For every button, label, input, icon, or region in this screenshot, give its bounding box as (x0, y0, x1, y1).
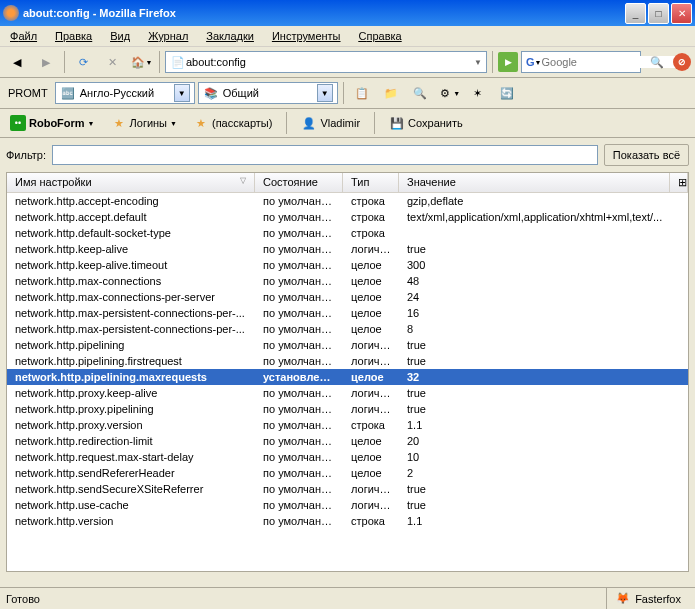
col-name[interactable]: Имя настройки ▽ (7, 173, 255, 192)
chevron-down-icon[interactable]: ▼ (317, 84, 333, 102)
save-button[interactable]: 💾Сохранить (385, 113, 467, 133)
tool-button-1[interactable]: 📋 (349, 80, 375, 106)
statusbar: Готово 🦊 Fasterfox (0, 587, 695, 609)
close-button[interactable]: ✕ (671, 3, 692, 24)
table-row[interactable]: network.http.proxy.keep-aliveпо умолчани… (7, 385, 688, 401)
lang-value: Англо-Русский (80, 87, 170, 99)
cell-name: network.http.request.max-start-delay (7, 450, 255, 464)
reload-button[interactable]: ⟳ (70, 49, 96, 75)
passcards-button[interactable]: ★(пасскарты) (189, 113, 276, 133)
col-picker[interactable]: ⊞ (670, 173, 688, 192)
table-row[interactable]: network.http.max-connectionsпо умолчанию… (7, 273, 688, 289)
fasterfox-panel[interactable]: 🦊 Fasterfox (606, 588, 689, 609)
tool-button-2[interactable]: 📁 (378, 80, 404, 106)
cell-name: network.http.keep-alive.timeout (7, 258, 255, 272)
cell-type: логиче... (343, 482, 399, 496)
table-row[interactable]: network.http.versionпо умолчаниюстрока1.… (7, 513, 688, 529)
menu-item[interactable]: Файл (6, 28, 41, 44)
table-row[interactable]: network.http.pipeliningпо умолчаниюлогич… (7, 337, 688, 353)
tool-button-6[interactable]: 🔄 (494, 80, 520, 106)
user-button[interactable]: 👤Vladimir (297, 113, 364, 133)
tool-button-3[interactable]: 🔍 (407, 80, 433, 106)
col-value[interactable]: Значение (399, 173, 670, 192)
cell-value: 24 (399, 290, 688, 304)
filter-input[interactable] (52, 145, 598, 165)
cell-type: целое (343, 370, 399, 384)
dropdown-arrow-icon[interactable]: ▼ (474, 58, 482, 67)
cell-name: network.http.default-socket-type (7, 226, 255, 240)
table-row[interactable]: network.http.max-persistent-connections-… (7, 321, 688, 337)
col-type[interactable]: Тип (343, 173, 399, 192)
cell-value: 8 (399, 322, 688, 336)
table-row[interactable]: network.http.max-connections-per-serverп… (7, 289, 688, 305)
user-label: Vladimir (320, 117, 360, 129)
menu-item[interactable]: Инструменты (268, 28, 345, 44)
forward-button[interactable]: ▶ (33, 49, 59, 75)
cell-name: network.http.proxy.pipelining (7, 402, 255, 416)
home-button[interactable]: 🏠▼ (128, 49, 154, 75)
table-row[interactable]: network.http.sendSecureXSiteReferrerпо у… (7, 481, 688, 497)
table-row[interactable]: network.http.pipelining.firstrequestпо у… (7, 353, 688, 369)
table-header: Имя настройки ▽ Состояние Тип Значение ⊞ (7, 173, 688, 193)
table-row[interactable]: network.http.pipelining.maxrequestsустан… (7, 369, 688, 385)
cell-name: network.http.max-connections (7, 274, 255, 288)
adblock-icon[interactable]: ⊘ (673, 53, 691, 71)
table-row[interactable]: network.http.proxy.pipeliningпо умолчани… (7, 401, 688, 417)
table-row[interactable]: network.http.redirection-limitпо умолчан… (7, 433, 688, 449)
table-row[interactable]: network.http.sendRefererHeaderпо умолчан… (7, 465, 688, 481)
table-row[interactable]: network.http.keep-aliveпо умолчаниюлогич… (7, 241, 688, 257)
search-go-button[interactable]: 🔍 (644, 49, 670, 75)
table-row[interactable]: network.http.request.max-start-delayпо у… (7, 449, 688, 465)
table-row[interactable]: network.http.proxy.versionпо умолчаниюст… (7, 417, 688, 433)
sort-icon: ▽ (240, 176, 246, 185)
chevron-down-icon[interactable]: ▼ (174, 84, 190, 102)
table-row[interactable]: network.http.default-socket-typeпо умолч… (7, 225, 688, 241)
search-box[interactable]: G▼ (521, 51, 641, 73)
cell-value: true (399, 242, 688, 256)
maximize-button[interactable]: □ (648, 3, 669, 24)
cell-name: network.http.max-persistent-connections-… (7, 306, 255, 320)
menu-item[interactable]: Закладки (202, 28, 258, 44)
cell-name: network.http.pipelining (7, 338, 255, 352)
show-all-button[interactable]: Показать всё (604, 144, 689, 166)
cell-status: по умолчанию (255, 354, 343, 368)
url-input[interactable] (186, 56, 474, 68)
cell-value: 32 (399, 370, 688, 384)
menu-item[interactable]: Справка (355, 28, 406, 44)
passcards-label: (пасскарты) (212, 117, 272, 129)
dict-dropdown[interactable]: 📚 Общий ▼ (198, 82, 338, 104)
table-row[interactable]: network.http.use-cacheпо умолчаниюлогиче… (7, 497, 688, 513)
menu-item[interactable]: Правка (51, 28, 96, 44)
menu-item[interactable]: Журнал (144, 28, 192, 44)
cell-type: строка (343, 210, 399, 224)
logins-button[interactable]: ★Логины▼ (107, 113, 181, 133)
cell-value: true (399, 338, 688, 352)
url-bar[interactable]: 📄 ▼ (165, 51, 487, 73)
cell-value: 1.1 (399, 418, 688, 432)
cell-status: по умолчанию (255, 258, 343, 272)
menu-item[interactable]: Вид (106, 28, 134, 44)
lang-dropdown[interactable]: 🔤 Англо-Русский ▼ (55, 82, 195, 104)
cell-status: по умолчанию (255, 498, 343, 512)
tool-button-5[interactable]: ✶ (465, 80, 491, 106)
tool-button-4[interactable]: ⚙▼ (436, 80, 462, 106)
back-button[interactable]: ◀ (4, 49, 30, 75)
table-row[interactable]: network.http.accept-encodingпо умолчанию… (7, 193, 688, 209)
stop-button[interactable]: ✕ (99, 49, 125, 75)
cell-value: true (399, 402, 688, 416)
table-row[interactable]: network.http.max-persistent-connections-… (7, 305, 688, 321)
cell-value: 48 (399, 274, 688, 288)
minimize-button[interactable]: _ (625, 3, 646, 24)
cell-value: 2 (399, 466, 688, 480)
back-icon: ◀ (9, 54, 25, 70)
cell-type: логиче... (343, 386, 399, 400)
fasterfox-label: Fasterfox (635, 593, 681, 605)
table-row[interactable]: network.http.keep-alive.timeoutпо умолча… (7, 257, 688, 273)
col-status[interactable]: Состояние (255, 173, 343, 192)
cell-value: 20 (399, 434, 688, 448)
cell-type: строка (343, 418, 399, 432)
flag-icon: 🔤 (60, 85, 76, 101)
go-button[interactable]: ▶ (498, 52, 518, 72)
table-row[interactable]: network.http.accept.defaultпо умолчаниюс… (7, 209, 688, 225)
roboform-button[interactable]: ••RoboForm▼ (6, 113, 99, 133)
